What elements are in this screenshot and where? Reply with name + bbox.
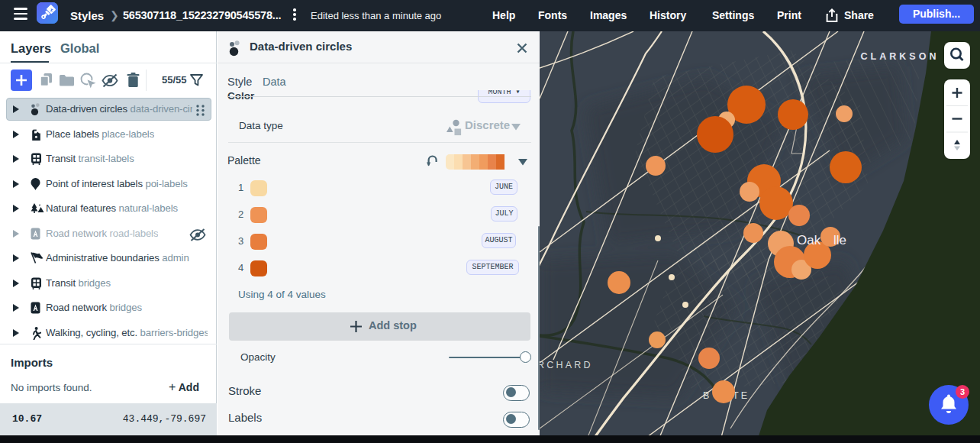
- svg-text:TE: TE: [733, 390, 750, 401]
- svg-text:B: B: [703, 390, 711, 401]
- svg-text:lle: lle: [833, 233, 846, 247]
- svg-text:CLARKSON: CLARKSON: [861, 51, 940, 62]
- svg-text:RCHARD: RCHARD: [540, 360, 593, 370]
- svg-text:Oak: Oak: [797, 233, 821, 247]
